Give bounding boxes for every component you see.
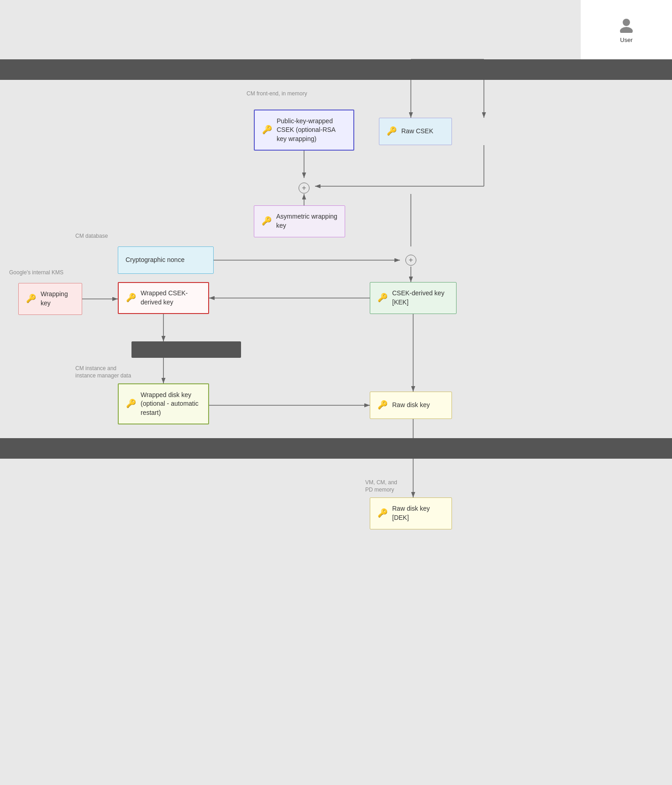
csek-derived-key-box: 🔑 CSEK-derived key [KEK] [370,282,457,314]
public-key-label: Public-key-wrapped CSEK (optional-RSA ke… [277,117,346,144]
raw-csek-box: 🔑 Raw CSEK [379,118,452,145]
asymmetric-wrapping-key-box: 🔑 Asymmetric wrapping key [254,205,345,237]
raw-disk-key-box: 🔑 Raw disk key [370,392,452,419]
key-icon-wrapping: 🔑 [26,293,36,304]
key-icon-public: 🔑 [262,124,272,136]
dark-bar-top [0,59,672,80]
user-label: User [620,37,632,43]
label-googles-kms: Google's internal KMS [9,269,63,276]
plus-join-2: + [405,255,416,266]
wrapping-key-box: 🔑 Wrapping key [18,283,82,315]
public-key-wrapped-csek-box: 🔑 Public-key-wrapped CSEK (optional-RSA … [254,110,354,151]
cryptographic-nonce-box: Cryptographic nonce [118,246,214,274]
dark-bar-mid [0,438,672,459]
wrapping-key-label: Wrapping key [41,290,74,308]
label-cm-instance-line1: CM instance and [75,365,116,372]
svg-point-1 [620,27,633,33]
key-icon-raw-csek: 🔑 [387,126,397,137]
label-vm-line1: VM, CM, and [365,479,397,486]
label-cm-database: CM database [75,233,108,239]
key-icon-csek-derived: 🔑 [378,292,388,304]
user-panel: User [581,0,672,59]
redacted-bar [131,341,241,358]
wrapped-csek-label: Wrapped CSEK-derived key [141,289,201,307]
nonce-label: Cryptographic nonce [126,256,184,265]
label-vm-line2: PD memory [365,487,394,493]
diagram: User [0,0,672,785]
user-avatar-icon [618,16,635,33]
raw-csek-label: Raw CSEK [401,127,433,136]
key-icon-wrapped-csek: 🔑 [126,292,136,304]
key-icon-raw-disk: 🔑 [378,399,388,411]
key-icon-asymmetric: 🔑 [262,215,272,227]
asymmetric-label: Asymmetric wrapping key [276,212,337,230]
label-cm-frontend: CM front-end, in memory [247,90,307,97]
wrapped-disk-key-box: 🔑 Wrapped disk key (optional - automatic… [118,383,209,424]
wrapped-csek-derived-box: 🔑 Wrapped CSEK-derived key [118,282,209,314]
raw-disk-label: Raw disk key [392,401,430,410]
csek-derived-label: CSEK-derived key [KEK] [392,289,449,307]
label-cm-instance-line2: instance manager data [75,372,131,379]
wrapped-disk-label: Wrapped disk key (optional - automatic r… [141,391,201,418]
raw-disk-dek-label: Raw disk key [DEK] [392,504,444,522]
svg-point-0 [623,19,630,26]
raw-disk-key-dek-box: 🔑 Raw disk key [DEK] [370,497,452,529]
plus-join-1: + [299,183,310,194]
key-icon-raw-disk-dek: 🔑 [378,508,388,519]
key-icon-wrapped-disk: 🔑 [126,398,136,409]
